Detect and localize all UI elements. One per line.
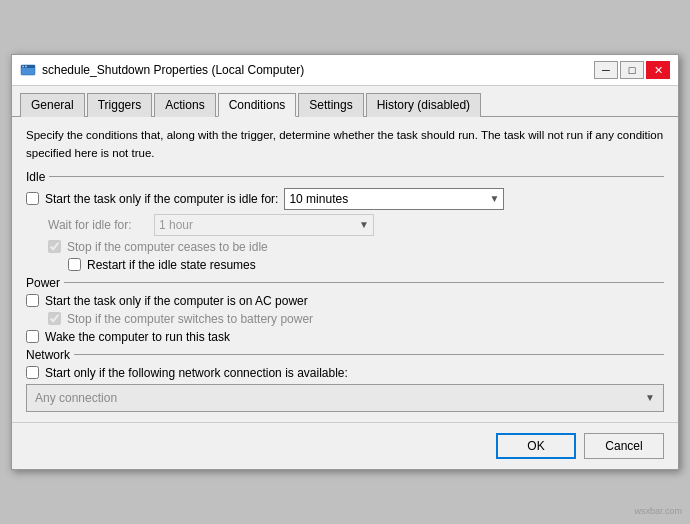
wait-for-arrow: ▼ [359, 219, 369, 230]
minimize-button[interactable]: ─ [594, 61, 618, 79]
wait-for-label: Wait for idle for: [48, 218, 148, 232]
stop-battery-label[interactable]: Stop if the computer switches to battery… [67, 312, 313, 326]
title-bar-left: schedule_Shutdown Properties (Local Comp… [20, 62, 304, 78]
close-button[interactable]: ✕ [646, 61, 670, 79]
idle-start-label[interactable]: Start the task only if the computer is i… [45, 192, 278, 206]
idle-duration-dropdown[interactable]: 10 minutes ▼ [284, 188, 504, 210]
tab-triggers[interactable]: Triggers [87, 93, 153, 117]
stop-idle-row: Stop if the computer ceases to be idle [48, 240, 664, 254]
dialog-footer: OK Cancel [12, 422, 678, 469]
wake-checkbox[interactable] [26, 330, 39, 343]
description-text: Specify the conditions that, along with … [26, 127, 664, 162]
network-start-label[interactable]: Start only if the following network conn… [45, 366, 348, 380]
stop-battery-checkbox[interactable] [48, 312, 61, 325]
stop-battery-row: Stop if the computer switches to battery… [48, 312, 664, 326]
network-start-row: Start only if the following network conn… [26, 366, 664, 380]
svg-point-2 [22, 66, 24, 68]
window-icon [20, 62, 36, 78]
idle-start-row: Start the task only if the computer is i… [26, 188, 664, 210]
wake-row: Wake the computer to run this task [26, 330, 664, 344]
wake-label[interactable]: Wake the computer to run this task [45, 330, 230, 344]
title-bar: schedule_Shutdown Properties (Local Comp… [12, 55, 678, 86]
network-section-label: Network [26, 348, 664, 362]
network-connection-dropdown[interactable]: Any connection ▼ [26, 384, 664, 412]
title-bar-controls: ─ □ ✕ [594, 61, 670, 79]
tab-history[interactable]: History (disabled) [366, 93, 481, 117]
wait-for-dropdown[interactable]: 1 hour ▼ [154, 214, 374, 236]
ac-power-row: Start the task only if the computer is o… [26, 294, 664, 308]
window-title: schedule_Shutdown Properties (Local Comp… [42, 63, 304, 77]
tab-actions[interactable]: Actions [154, 93, 215, 117]
watermark: wsxbar.com [634, 506, 682, 516]
restart-idle-checkbox[interactable] [68, 258, 81, 271]
tab-content: Specify the conditions that, along with … [12, 117, 678, 422]
ac-power-checkbox[interactable] [26, 294, 39, 307]
stop-idle-checkbox[interactable] [48, 240, 61, 253]
properties-dialog: schedule_Shutdown Properties (Local Comp… [11, 54, 679, 470]
idle-section-label: Idle [26, 170, 664, 184]
maximize-button[interactable]: □ [620, 61, 644, 79]
network-dropdown-arrow: ▼ [645, 392, 655, 403]
tab-conditions[interactable]: Conditions [218, 93, 297, 117]
idle-start-checkbox[interactable] [26, 192, 39, 205]
network-start-checkbox[interactable] [26, 366, 39, 379]
tab-settings[interactable]: Settings [298, 93, 363, 117]
power-section-label: Power [26, 276, 664, 290]
cancel-button[interactable]: Cancel [584, 433, 664, 459]
restart-idle-label[interactable]: Restart if the idle state resumes [87, 258, 256, 272]
tab-bar: General Triggers Actions Conditions Sett… [12, 86, 678, 117]
idle-start-checkbox-wrapper: Start the task only if the computer is i… [26, 192, 278, 206]
stop-idle-label[interactable]: Stop if the computer ceases to be idle [67, 240, 268, 254]
tab-general[interactable]: General [20, 93, 85, 117]
wait-for-row: Wait for idle for: 1 hour ▼ [48, 214, 664, 236]
ok-button[interactable]: OK [496, 433, 576, 459]
ac-power-label[interactable]: Start the task only if the computer is o… [45, 294, 308, 308]
idle-duration-arrow: ▼ [490, 193, 500, 204]
svg-point-3 [25, 66, 27, 68]
restart-idle-row: Restart if the idle state resumes [68, 258, 664, 272]
